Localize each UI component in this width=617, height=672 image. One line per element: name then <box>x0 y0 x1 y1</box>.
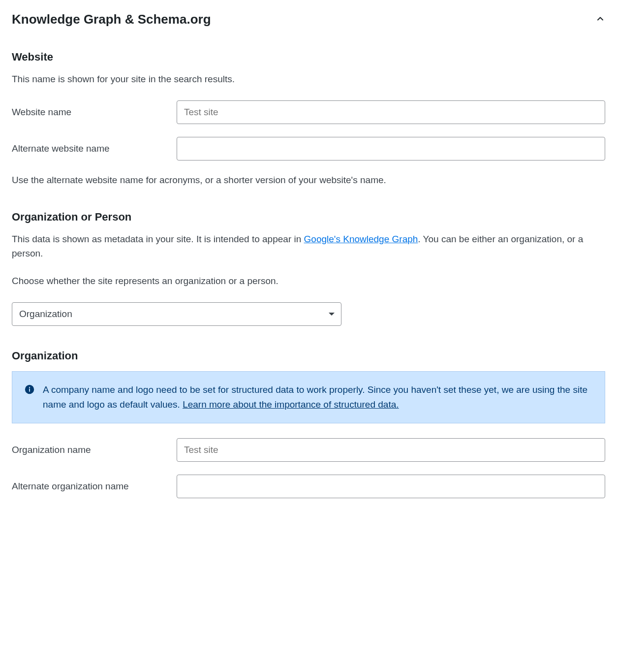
website-name-input[interactable] <box>177 100 605 124</box>
website-help-text: Use the alternate website name for acron… <box>12 173 605 188</box>
alternate-organization-name-label: Alternate organization name <box>12 481 177 492</box>
org-person-description: This data is shown as metadata in your s… <box>12 232 605 260</box>
organization-name-label: Organization name <box>12 445 177 455</box>
info-icon <box>24 383 35 413</box>
website-name-label: Website name <box>12 107 177 118</box>
info-alert: A company name and logo need to be set f… <box>12 371 605 424</box>
info-text: A company name and logo need to be set f… <box>43 383 593 413</box>
alternate-website-name-row: Alternate website name <box>12 137 605 160</box>
website-name-row: Website name <box>12 100 605 124</box>
structured-data-link[interactable]: Learn more about the importance of struc… <box>183 399 399 410</box>
knowledge-graph-link[interactable]: Google's Knowledge Graph <box>304 234 418 244</box>
svg-point-2 <box>29 386 30 387</box>
svg-rect-1 <box>29 388 30 391</box>
panel-header[interactable]: Knowledge Graph & Schema.org <box>12 12 605 27</box>
organization-heading: Organization <box>12 350 605 362</box>
org-person-heading: Organization or Person <box>12 211 605 224</box>
alternate-website-name-label: Alternate website name <box>12 143 177 154</box>
org-person-desc-pre: This data is shown as metadata in your s… <box>12 234 304 244</box>
chevron-up-icon <box>595 14 605 26</box>
org-person-select-wrapper: Organization <box>12 302 341 326</box>
website-heading: Website <box>12 51 605 64</box>
organization-name-input[interactable] <box>177 438 605 462</box>
org-person-select[interactable]: Organization <box>12 302 341 326</box>
organization-name-row: Organization name <box>12 438 605 462</box>
alternate-organization-name-row: Alternate organization name <box>12 475 605 498</box>
org-person-choose-text: Choose whether the site represents an or… <box>12 274 605 288</box>
alternate-website-name-input[interactable] <box>177 137 605 160</box>
website-description: This name is shown for your site in the … <box>12 72 605 87</box>
panel-title: Knowledge Graph & Schema.org <box>12 12 211 27</box>
alternate-organization-name-input[interactable] <box>177 475 605 498</box>
